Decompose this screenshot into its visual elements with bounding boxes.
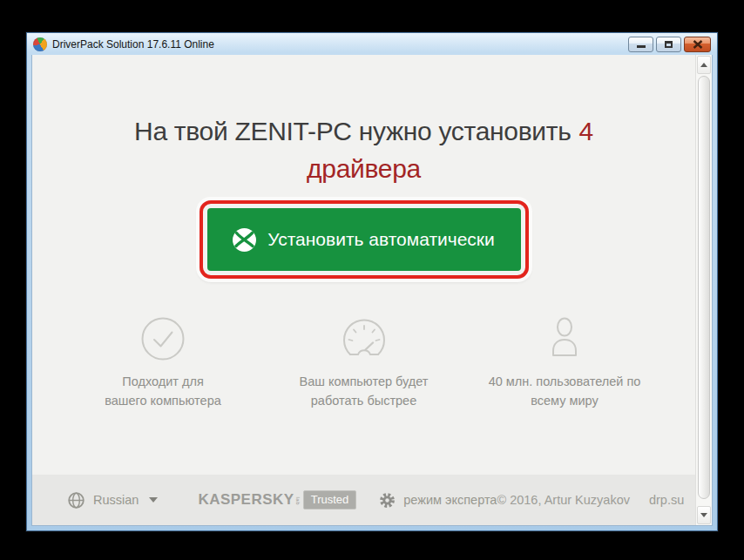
check-circle-icon [139, 315, 186, 362]
minimize-icon [637, 45, 646, 48]
scroll-down-button[interactable] [697, 506, 711, 524]
kaspersky-trusted-logo: KASPERSKY lab Trusted [198, 490, 356, 509]
close-icon [693, 40, 703, 49]
install-button-label: Установить автоматически [267, 229, 495, 250]
language-label: Russian [93, 493, 139, 507]
driver-count: 4 [579, 117, 593, 145]
main-content: На твой ZENIT-PC нужно установить4 драйв… [32, 55, 695, 475]
red-highlight-box: Установить автоматически [200, 200, 529, 279]
feature-label: 40 млн. пользователей по всему миру [465, 372, 664, 410]
kaspersky-lab-label: lab [294, 497, 300, 503]
chevron-down-icon [149, 497, 158, 503]
vertical-scrollbar[interactable] [695, 55, 712, 525]
maximize-icon [665, 41, 673, 48]
driverpack-app-icon [33, 37, 47, 51]
feature-label: Ваш компьютер будет работать быстрее [265, 372, 463, 410]
speedometer-icon [341, 319, 388, 362]
window-controls [628, 37, 711, 52]
globe-icon [67, 491, 85, 509]
trusted-badge: Trusted [303, 490, 357, 509]
user-icon [542, 315, 587, 362]
feature-label: Подходит для вашего компьютера [64, 372, 262, 410]
language-selector[interactable]: Russian [67, 491, 158, 509]
driverpack-logo-icon [233, 228, 256, 252]
page-title: На твой ZENIT-PC нужно установить4 драйв… [32, 55, 695, 187]
arrow-up-icon [700, 63, 707, 67]
kaspersky-wordmark: KASPERSKY [198, 491, 294, 509]
feature-faster: Ваш компьютер будет работать быстрее [265, 315, 463, 410]
copyright-text: © 2016, Artur Kuzyakov [497, 493, 630, 507]
arrow-down-icon [700, 513, 707, 517]
feature-users: 40 млн. пользователей по всему миру [465, 315, 664, 410]
install-automatically-button[interactable]: Установить автоматически [207, 208, 521, 271]
window-title: DriverPack Solution 17.6.11 Online [52, 38, 623, 51]
expert-mode-button[interactable]: режим эксперта [379, 492, 497, 509]
titlebar: DriverPack Solution 17.6.11 Online [27, 33, 717, 55]
footer-bar: Russian KASPERSKY lab Trusted режим эксп… [32, 475, 695, 525]
site-link[interactable]: drp.su [649, 493, 684, 507]
feature-compatible: Подходит для вашего компьютера [64, 315, 262, 410]
features-row: Подходит для вашего компьютера [64, 315, 664, 410]
title-suffix: драйвера [307, 154, 421, 183]
close-button[interactable] [684, 37, 711, 52]
expert-mode-label: режим эксперта [403, 493, 497, 507]
scrollbar-thumb[interactable] [698, 76, 710, 499]
driverpack-window: DriverPack Solution 17.6.11 Online На тв… [26, 32, 718, 531]
title-prefix: На твой ZENIT-PC нужно установить [134, 117, 572, 145]
gear-icon [379, 492, 396, 509]
minimize-button[interactable] [628, 37, 653, 52]
scroll-up-button[interactable] [697, 56, 711, 74]
client-area: На твой ZENIT-PC нужно установить4 драйв… [31, 55, 713, 526]
maximize-button[interactable] [656, 37, 681, 52]
